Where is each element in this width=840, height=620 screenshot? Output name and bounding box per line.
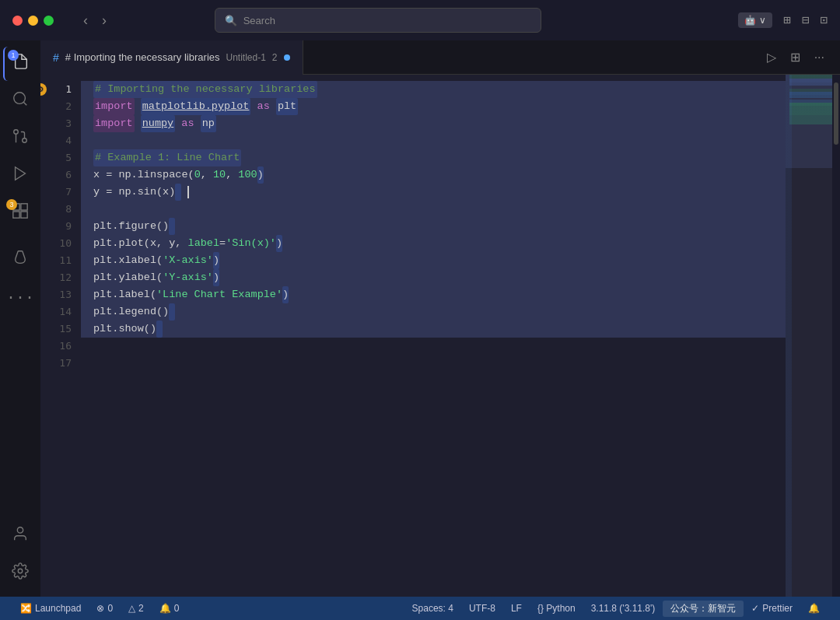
- settings-icon: [12, 562, 29, 584]
- status-launchpad[interactable]: 🔀 Launchpad: [12, 603, 89, 614]
- token-import2: import: [93, 115, 135, 132]
- token-num10: 10: [213, 166, 226, 184]
- code-content[interactable]: # Importing the necessary libraries impo…: [81, 75, 786, 597]
- sidebar-item-search[interactable]: [3, 84, 37, 118]
- toggle-panel-icon[interactable]: ⊟: [802, 12, 810, 28]
- language-label: {} Python: [537, 603, 576, 614]
- spaces-label: Spaces: 4: [412, 603, 453, 614]
- code-line-10: plt.plot(x, y, label = 'Sin(x)' ): [81, 235, 786, 252]
- wechat-label: 公众号：新智元: [670, 602, 736, 615]
- status-python-version[interactable]: 3.11.8 ('3.11.8'): [583, 603, 663, 614]
- more-icon: ···: [6, 289, 34, 306]
- scrollbar-thumb[interactable]: [834, 82, 838, 145]
- tab-unsaved-dot: [284, 54, 290, 61]
- code-editor[interactable]: ⚙ 1 2 3 4 5 6 7 8 9 10 11 12 13 14 15 16…: [40, 75, 840, 597]
- code-line-11: plt.xlabel( 'X-axis' ): [81, 252, 786, 269]
- sidebar-item-settings[interactable]: [3, 556, 37, 590]
- minimize-button[interactable]: [28, 16, 38, 26]
- flask-icon: [12, 249, 29, 271]
- code-line-5: # Example 1: Line Chart: [81, 149, 786, 166]
- status-prettier[interactable]: ✓ Prettier: [744, 603, 800, 614]
- sidebar-item-run[interactable]: [3, 159, 37, 193]
- editor-tab[interactable]: # # Importing the necessary libraries Un…: [40, 40, 303, 75]
- code-line-15: plt.show(): [81, 321, 786, 338]
- warning-icon: △: [128, 603, 135, 614]
- code-line-6: x = np.linspace( 0 , 10 , 100 ): [81, 166, 786, 184]
- status-wechat: 公众号：新智元: [663, 601, 744, 617]
- token: plt.ylabel(: [93, 269, 163, 286]
- token: [93, 201, 101, 218]
- notification-count: 0: [174, 603, 180, 614]
- sidebar-item-explorer[interactable]: 1: [3, 47, 37, 81]
- token: =: [219, 235, 226, 252]
- more-actions-button[interactable]: ···: [811, 49, 828, 66]
- forward-button[interactable]: ›: [97, 11, 111, 30]
- status-errors[interactable]: ⊗ 0: [89, 603, 121, 614]
- token: ): [282, 286, 289, 303]
- code-line-14: plt.legend(): [81, 303, 786, 321]
- maximize-button[interactable]: [44, 16, 54, 26]
- run-icon: [12, 165, 29, 187]
- run-file-button[interactable]: ▷: [764, 48, 779, 66]
- status-eol[interactable]: LF: [503, 603, 530, 614]
- search-bar[interactable]: 🔍 Search: [215, 8, 541, 33]
- split-editor-button[interactable]: ⊞: [787, 48, 803, 66]
- sidebar-item-more[interactable]: ···: [3, 280, 37, 314]
- ai-badge[interactable]: 🤖 ∨: [738, 12, 772, 28]
- status-warnings[interactable]: △ 2: [121, 603, 152, 614]
- titlebar: ‹ › 🔍 Search 🤖 ∨ ⊞ ⊟ ⊡: [0, 0, 840, 40]
- token: [175, 115, 181, 132]
- token: [270, 98, 276, 115]
- warning-count: 2: [138, 603, 144, 614]
- token: plt.plot(x, y,: [93, 235, 188, 252]
- search-icon: [12, 90, 29, 112]
- status-encoding[interactable]: UTF-8: [461, 603, 503, 614]
- token: [156, 321, 163, 338]
- line-number-5: 5: [50, 149, 72, 166]
- status-notifications[interactable]: 🔔 0: [152, 603, 187, 614]
- split-editor-icon[interactable]: ⊞: [783, 12, 791, 28]
- error-count: 0: [107, 603, 113, 614]
- token: as: [181, 115, 194, 132]
- line-number-7: 7: [50, 184, 72, 201]
- code-line-16: [81, 338, 786, 355]
- notification-icon: 🔔: [159, 603, 171, 614]
- token: matplotlib.pyplot: [141, 98, 251, 115]
- close-button[interactable]: [12, 16, 23, 26]
- line-number-9: 9: [50, 218, 72, 235]
- sidebar-item-source-control[interactable]: [3, 121, 37, 156]
- main-content: 1: [0, 40, 840, 597]
- sidebar-item-extensions[interactable]: 3: [3, 196, 37, 230]
- back-button[interactable]: ‹: [79, 11, 93, 30]
- token: plt.legend(): [93, 303, 169, 321]
- token: plt.xlabel(: [93, 252, 163, 269]
- token-title: 'Line Chart Example': [156, 286, 282, 303]
- launchpad-label: Launchpad: [35, 603, 81, 614]
- error-icon: ⊗: [96, 603, 104, 614]
- extensions-badge: 3: [6, 199, 17, 210]
- token: ): [213, 269, 219, 286]
- traffic-lights: [12, 16, 54, 26]
- status-bell[interactable]: 🔔: [800, 603, 828, 614]
- token: ,: [226, 166, 238, 184]
- token: plt: [276, 98, 298, 115]
- svg-point-2: [23, 138, 27, 143]
- minimap-highlight: [786, 75, 832, 597]
- code-line-2: import matplotlib.pyplot as plt: [81, 98, 786, 115]
- encoding-label: UTF-8: [469, 603, 495, 614]
- token: y = np.sin(x): [93, 184, 175, 201]
- sidebar-item-account[interactable]: [3, 519, 37, 553]
- status-spaces[interactable]: Spaces: 4: [404, 603, 461, 614]
- tab-bar: # # Importing the necessary libraries Un…: [40, 40, 840, 75]
- status-language[interactable]: {} Python: [530, 603, 583, 614]
- customize-layout-icon[interactable]: ⊡: [820, 12, 828, 28]
- scrollbar[interactable]: [832, 75, 840, 597]
- status-bar-left: 🔀 Launchpad ⊗ 0 △ 2 🔔 0: [12, 603, 187, 614]
- token: [93, 355, 100, 372]
- line-number-8: 8: [50, 201, 72, 218]
- line-number-6: 6: [50, 166, 72, 184]
- sidebar-item-testing[interactable]: [3, 243, 37, 277]
- token: [93, 338, 100, 355]
- line-number-14: 14: [50, 303, 72, 321]
- cursor-dot: ⚙: [40, 83, 47, 96]
